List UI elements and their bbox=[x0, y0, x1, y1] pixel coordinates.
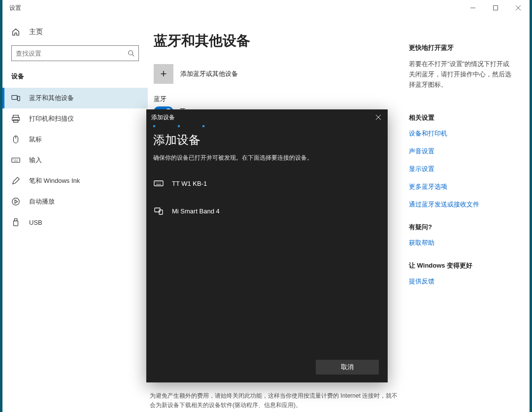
page-title: 蓝牙和其他设备 bbox=[154, 32, 397, 50]
dialog-titlebar: 添加设备 bbox=[146, 109, 388, 125]
pen-icon bbox=[11, 176, 20, 185]
devices-icon bbox=[11, 94, 20, 103]
sidebar-item-label: 打印机和扫描仪 bbox=[29, 114, 74, 123]
home-button[interactable]: 主页 bbox=[2, 23, 148, 41]
bluetooth-label: 蓝牙 bbox=[154, 95, 397, 103]
search-input-container[interactable] bbox=[11, 45, 139, 61]
improve-heading: 让 Windows 变得更好 bbox=[409, 261, 514, 270]
sidebar-item-autoplay[interactable]: 自动播放 bbox=[2, 191, 148, 212]
svg-rect-13 bbox=[12, 158, 20, 163]
link-devices-printers[interactable]: 设备和打印机 bbox=[409, 129, 514, 138]
link-more-bt-options[interactable]: 更多蓝牙选项 bbox=[409, 182, 514, 191]
dialog-body: 添加设备 确保你的设备已打开并可被发现。在下面选择要连接的设备。 TT W1 K… bbox=[146, 132, 388, 354]
printer-icon bbox=[11, 114, 20, 123]
add-device-row[interactable]: + 添加蓝牙或其他设备 bbox=[154, 64, 397, 84]
cancel-button[interactable]: 取消 bbox=[316, 360, 379, 375]
sidebar-item-label: 输入 bbox=[29, 156, 42, 165]
sidebar-item-label: USB bbox=[29, 219, 42, 226]
related-links: 设备和打印机 声音设置 显示设置 更多蓝牙选项 通过蓝牙发送或接收文件 bbox=[409, 129, 514, 209]
question-heading: 有疑问? bbox=[409, 223, 514, 232]
device-name: Mi Smart Band 4 bbox=[172, 207, 220, 215]
dialog-close-button[interactable] bbox=[371, 112, 386, 122]
close-icon bbox=[376, 115, 381, 120]
window-controls bbox=[462, 0, 530, 16]
device-generic-icon bbox=[153, 206, 164, 216]
sidebar: 主页 设备 蓝牙和其他设备 打印机和扫描仪 bbox=[2, 16, 148, 412]
category-header: 设备 bbox=[2, 69, 148, 88]
dialog-description: 确保你的设备已打开并可被发现。在下面选择要连接的设备。 bbox=[153, 154, 381, 162]
link-get-help[interactable]: 获取帮助 bbox=[409, 239, 514, 247]
svg-rect-21 bbox=[14, 221, 18, 226]
metered-info-text: 为避免产生额外的费用，请始终关闭此功能，这样当你使用按流量计费的 Interne… bbox=[148, 391, 409, 412]
mouse-icon bbox=[11, 135, 20, 144]
right-column: 更快地打开蓝牙 若要在不打开"设置"的情况下打开或关闭蓝牙，请打开操作中心，然后… bbox=[409, 16, 530, 412]
sidebar-item-typing[interactable]: 输入 bbox=[2, 150, 148, 171]
dot-icon bbox=[178, 125, 180, 127]
sidebar-item-label: 鼠标 bbox=[29, 135, 42, 144]
svg-rect-1 bbox=[494, 6, 498, 10]
sidebar-item-printers[interactable]: 打印机和扫描仪 bbox=[2, 108, 148, 129]
device-name: TT W1 KB-1 bbox=[172, 180, 207, 187]
close-button[interactable] bbox=[507, 0, 530, 16]
maximize-button[interactable] bbox=[484, 0, 507, 16]
add-device-dialog: 添加设备 添加设备 确保你的设备已打开并可被发现。在下面选择要连接的设备。 TT… bbox=[146, 109, 388, 382]
close-icon bbox=[516, 5, 521, 10]
svg-rect-8 bbox=[13, 115, 19, 118]
svg-rect-10 bbox=[14, 120, 18, 122]
keyboard-icon bbox=[11, 156, 20, 165]
autoplay-icon bbox=[11, 197, 20, 206]
quick-open-body: 若要在不打开"设置"的情况下打开或关闭蓝牙，请打开操作中心，然后选择蓝牙图标。 bbox=[409, 59, 514, 90]
sidebar-item-label: 自动播放 bbox=[29, 197, 55, 206]
link-display-settings[interactable]: 显示设置 bbox=[409, 165, 514, 173]
improve-links: 提供反馈 bbox=[409, 277, 514, 286]
link-bt-send-receive[interactable]: 通过蓝牙发送或接收文件 bbox=[409, 200, 514, 209]
maximize-icon bbox=[493, 5, 498, 10]
svg-rect-20 bbox=[14, 219, 17, 221]
search-input[interactable] bbox=[16, 50, 128, 57]
svg-point-4 bbox=[129, 51, 133, 55]
plus-icon: + bbox=[154, 64, 173, 84]
svg-rect-7 bbox=[18, 96, 20, 101]
svg-rect-24 bbox=[154, 181, 163, 186]
sidebar-item-mouse[interactable]: 鼠标 bbox=[2, 129, 148, 150]
dot-icon bbox=[202, 125, 204, 127]
sidebar-item-usb[interactable]: USB bbox=[2, 212, 148, 233]
related-settings-heading: 相关设置 bbox=[409, 113, 514, 122]
sidebar-item-label: 笔和 Windows Ink bbox=[29, 176, 80, 185]
minimize-icon bbox=[470, 5, 475, 10]
svg-line-5 bbox=[133, 55, 134, 57]
dialog-title: 添加设备 bbox=[153, 132, 381, 148]
window-title: 设置 bbox=[9, 4, 21, 12]
keyboard-icon bbox=[153, 178, 164, 189]
progress-dots bbox=[146, 125, 388, 132]
usb-icon bbox=[11, 218, 20, 227]
sidebar-item-pen-ink[interactable]: 笔和 Windows Ink bbox=[2, 171, 148, 191]
search-icon bbox=[128, 50, 134, 57]
sidebar-item-label: 蓝牙和其他设备 bbox=[29, 94, 74, 103]
minimize-button[interactable] bbox=[462, 0, 484, 16]
question-links: 获取帮助 bbox=[409, 239, 514, 247]
home-label: 主页 bbox=[29, 28, 43, 36]
svg-point-18 bbox=[12, 198, 19, 205]
svg-marker-19 bbox=[15, 200, 17, 203]
add-device-label: 添加蓝牙或其他设备 bbox=[180, 69, 238, 78]
quick-open-heading: 更快地打开蓝牙 bbox=[409, 43, 514, 52]
link-sound-settings[interactable]: 声音设置 bbox=[409, 147, 514, 156]
dot-icon bbox=[153, 125, 155, 127]
home-icon bbox=[11, 28, 20, 36]
titlebar: 设置 bbox=[2, 0, 530, 16]
link-feedback[interactable]: 提供反馈 bbox=[409, 277, 514, 286]
sidebar-item-bluetooth-devices[interactable]: 蓝牙和其他设备 bbox=[2, 88, 148, 108]
svg-rect-6 bbox=[12, 96, 17, 100]
device-item-band[interactable]: Mi Smart Band 4 bbox=[153, 201, 381, 228]
dialog-titlebar-text: 添加设备 bbox=[151, 113, 175, 122]
device-item-keyboard[interactable]: TT W1 KB-1 bbox=[153, 173, 381, 201]
dialog-footer: 取消 bbox=[146, 354, 388, 382]
